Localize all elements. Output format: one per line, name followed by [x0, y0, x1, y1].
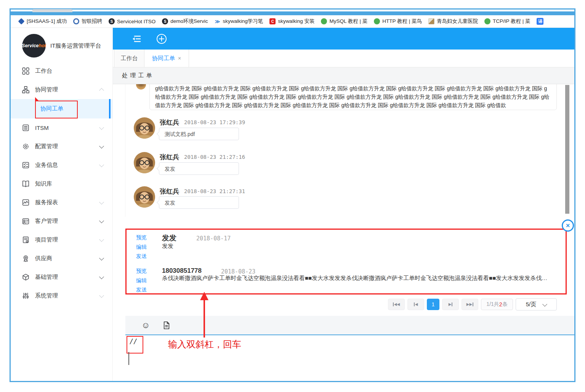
- main-area: 工作台 协同工单× 处 理 工 单 g给借款方升龙 国际 g给借款方升龙 国际 …: [113, 28, 574, 381]
- chevron-down-icon: [99, 200, 104, 205]
- runoob-icon: [484, 18, 490, 24]
- top-header: [113, 28, 574, 50]
- page-size-select[interactable]: 5/页: [516, 298, 557, 310]
- red-annotation-text: 输入双斜杠，回车: [168, 338, 241, 350]
- bookmark-servicehot[interactable]: SServiceHot ITSO: [109, 18, 155, 24]
- attach-file-button[interactable]: [163, 321, 170, 330]
- bookmark-demo[interactable]: Sdemo环境Servic: [162, 18, 208, 25]
- sidebar-item-business-info[interactable]: 业务信息: [11, 156, 112, 174]
- sidebar-item-customers[interactable]: 客户管理: [11, 212, 112, 230]
- pagination-info-text: 1/1共: [486, 301, 499, 308]
- prev-page-button[interactable]: ◀: [407, 299, 424, 310]
- sidebar-item-config[interactable]: 配置管理: [11, 137, 112, 156]
- draft-panel-annotated: 预览 编辑 发送 发发 2018-08-17 发发 预览 编辑 发送 18030…: [125, 229, 567, 294]
- tab-label: 工作台: [121, 55, 138, 62]
- chevron-down-icon: [99, 162, 104, 167]
- app-title: IT服务运营管理平台: [50, 42, 101, 50]
- avatar: [136, 84, 146, 90]
- preview-link[interactable]: 预览: [136, 234, 147, 241]
- sidebar-menu: 工作台 协同管理 协同工单 ITSM: [11, 62, 112, 305]
- sidebar-item-label: 项目管理: [35, 236, 58, 243]
- last-page-button[interactable]: ▶▶: [462, 299, 478, 310]
- first-page-icon: ◀◀: [394, 302, 400, 306]
- send-link[interactable]: 发送: [136, 253, 147, 260]
- next-page-icon: [452, 302, 452, 306]
- checklist-icon: [22, 162, 29, 169]
- sidebar: Servicehot IT服务运营管理平台 工作台 协同管理 协同工单: [11, 28, 113, 381]
- chevron-down-icon: [99, 125, 104, 130]
- close-icon[interactable]: ×: [178, 55, 181, 61]
- preview-link[interactable]: 预览: [136, 268, 147, 275]
- edit-link[interactable]: 编辑: [136, 244, 147, 251]
- bookmark-jira[interactable]: [SHSAAS-1] 成功: [18, 18, 67, 25]
- first-page-button[interactable]: ◀◀: [388, 299, 405, 310]
- panel-close-button[interactable]: ✕: [562, 219, 574, 232]
- sidebar-item-suppliers[interactable]: 供应商: [11, 249, 112, 268]
- bookmark-label: HTTP 教程 | 菜鸟: [382, 18, 422, 25]
- composer-toolbar: ☺: [125, 316, 574, 334]
- bookmark-mysql[interactable]: MySQL 教程 | 菜: [321, 18, 367, 25]
- message-bubble: 发发: [159, 196, 239, 209]
- draft-title: 发发: [162, 233, 176, 243]
- tab-collab-ticket[interactable]: 协同工单×: [144, 50, 189, 67]
- sliders-icon: [22, 292, 29, 299]
- translate-extension[interactable]: 译: [537, 18, 543, 25]
- close-icon: ✕: [566, 222, 570, 229]
- plus-circle-icon: [156, 34, 167, 44]
- jira-icon: [18, 18, 25, 25]
- bookmark-label: ServiceHot ITSO: [117, 19, 155, 24]
- draft-title: 18030851778: [162, 267, 202, 275]
- sidebar-item-basic-mgmt[interactable]: 基础管理: [11, 268, 112, 286]
- pagination-info-text: 条: [502, 301, 508, 308]
- sidebar-item-collab-ticket[interactable]: 协同工单: [11, 99, 112, 118]
- next-page-button[interactable]: ▶: [442, 299, 459, 310]
- sidebar-item-label: 业务信息: [35, 162, 58, 169]
- send-link[interactable]: 发送: [136, 286, 147, 293]
- sidebar-item-collab-mgmt[interactable]: 协同管理: [11, 80, 112, 99]
- sidebar-item-label: 基础管理: [35, 274, 58, 281]
- bookmarks-bar: [SHSAAS-1] 成功 智联招聘 SServiceHot ITSO Sdem…: [11, 15, 574, 28]
- bookmark-label: MySQL 教程 | 菜: [329, 18, 367, 25]
- file-icon: [163, 321, 170, 330]
- composer-input[interactable]: // 输入双斜杠，回车: [125, 335, 574, 381]
- active-indicator: [109, 99, 111, 118]
- prev-page-icon: [414, 302, 415, 306]
- content-area: g给借款方升龙 国际 g给借款方升龙 国际 g给借款方升龙 国际 g给借款方升龙…: [113, 84, 574, 381]
- current-page-button[interactable]: 1: [427, 299, 439, 310]
- bookmark-skywalking-learn[interactable]: ≫skywalking学习笔: [215, 18, 263, 25]
- bookmark-zhilian[interactable]: 智联招聘: [73, 18, 102, 25]
- sidebar-item-projects[interactable]: 项目管理: [11, 230, 112, 249]
- bookmark-http[interactable]: HTTP 教程 | 菜鸟: [374, 18, 422, 25]
- sidebar-item-system-mgmt[interactable]: 系统管理: [11, 286, 112, 305]
- collapse-sidebar-button[interactable]: [131, 35, 142, 43]
- c-icon: C: [269, 18, 276, 24]
- sidebar-item-workbench[interactable]: 工作台: [11, 62, 112, 80]
- sidebar-item-knowledge[interactable]: 知识库: [11, 174, 112, 193]
- add-button[interactable]: [156, 34, 167, 44]
- next-page-icon: ▶: [449, 302, 452, 306]
- grid-icon: [22, 67, 29, 75]
- red-annotation-box: [35, 101, 78, 118]
- project-icon: [22, 236, 29, 243]
- emoji-button[interactable]: ☺: [141, 320, 150, 330]
- bookmark-label: 青岛妇女儿童医院: [437, 18, 478, 25]
- sidebar-item-reports[interactable]: 服务报表: [11, 193, 112, 212]
- bookmark-skywalking-install[interactable]: Cskywalking 安装: [269, 18, 314, 25]
- cube-icon: [22, 274, 29, 281]
- edit-link[interactable]: 编辑: [136, 277, 147, 284]
- screenshot-page: [SHSAAS-1] 成功 智联招聘 SServiceHot ITSO Sdem…: [0, 0, 585, 392]
- bookmark-label: demo环境Servic: [170, 18, 208, 25]
- pagination: ◀◀ ◀ 1 ▶ ▶▶ 1/1共2条 5/页: [388, 298, 557, 310]
- sidebar-item-itsm[interactable]: ITSM: [11, 118, 112, 137]
- bookmark-hospital[interactable]: 青岛妇女儿童医院: [428, 18, 478, 25]
- chat-scrollbar[interactable]: [565, 85, 569, 214]
- sidebar-item-label: 供应商: [35, 255, 52, 262]
- indent-collapse-icon: [131, 35, 142, 43]
- sidebar-item-label: 系统管理: [35, 292, 58, 299]
- bookmark-tcpip[interactable]: TCP/IP 教程 | 菜: [484, 18, 531, 25]
- browser-frame: [SHSAAS-1] 成功 智联招聘 SServiceHot ITSO Sdem…: [10, 8, 575, 382]
- sidebar-item-label: ITSM: [35, 125, 49, 131]
- message-time: 2018-08-23 17:29:39: [184, 119, 245, 125]
- message-author: 张红兵: [160, 153, 179, 162]
- tab-workbench[interactable]: 工作台: [114, 50, 144, 67]
